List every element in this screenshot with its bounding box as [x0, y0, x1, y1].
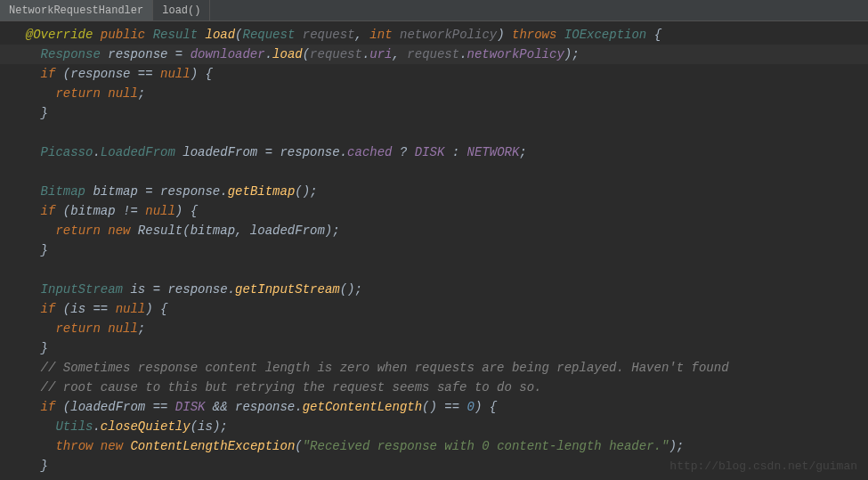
- code-token: Picasso: [41, 145, 93, 159]
- code-line[interactable]: Response response = downloader.load(requ…: [0, 45, 868, 64]
- code-token: @Override: [26, 28, 93, 42]
- code-token: [556, 28, 564, 42]
- code-token: [295, 28, 302, 42]
- code-token: request: [310, 47, 362, 61]
- code-line[interactable]: [0, 260, 868, 280]
- code-token: (bitmap !=: [55, 204, 145, 218]
- breadcrumb-method[interactable]: load(): [153, 0, 210, 20]
- code-token: [393, 28, 400, 42]
- code-token: "Received response with 0 content-length…: [303, 439, 669, 453]
- code-line[interactable]: return new Result(bitmap, loadedFrom);: [0, 221, 868, 240]
- code-token: DISK: [415, 145, 445, 159]
- code-token: null: [116, 302, 146, 316]
- code-line[interactable]: // root cause to this but retrying the r…: [0, 378, 868, 397]
- code-token: {: [646, 28, 661, 42]
- code-token: Response: [41, 47, 101, 61]
- code-token: }: [41, 243, 48, 257]
- code-token: getInputStream: [235, 282, 340, 297]
- code-token: return null: [55, 86, 137, 101]
- code-line[interactable]: if (loadedFrom == DISK && response.getCo…: [0, 397, 868, 417]
- code-token: ContentLengthException: [130, 439, 295, 453]
- code-token: (: [235, 28, 242, 42]
- code-line[interactable]: return null;: [0, 319, 868, 338]
- code-token: public: [101, 28, 145, 42]
- code-token: Utils: [55, 419, 93, 434]
- code-token: is = response.: [123, 282, 235, 297]
- code-token: ?: [393, 145, 415, 159]
- code-token: load: [272, 47, 303, 61]
- code-token: throws: [512, 28, 556, 42]
- code-token: NETWORK: [467, 145, 520, 159]
- code-token: networkPolicy: [400, 28, 497, 42]
- code-token: Result: [153, 28, 198, 42]
- code-token: ();: [295, 184, 317, 199]
- code-token: ;: [519, 145, 526, 159]
- code-token: (response ==: [55, 67, 160, 81]
- code-token: null: [160, 67, 191, 81]
- code-line[interactable]: Picasso.LoadedFrom loadedFrom = response…: [0, 142, 868, 162]
- code-line[interactable]: // Sometimes response content length is …: [0, 358, 868, 378]
- code-token: response =: [101, 47, 191, 61]
- code-token: if: [41, 400, 56, 414]
- code-line[interactable]: }: [0, 240, 868, 260]
- code-editor[interactable]: @Override public Result load(Request req…: [0, 21, 868, 476]
- code-token: ) {: [191, 67, 213, 81]
- code-line[interactable]: [0, 123, 868, 142]
- code-token: :: [444, 145, 466, 159]
- code-line[interactable]: if (response == null) {: [0, 64, 868, 84]
- code-token: loadedFrom = response.: [175, 145, 347, 159]
- code-token: ;: [138, 86, 145, 101]
- code-line[interactable]: [0, 162, 868, 182]
- code-token: Request: [243, 28, 296, 42]
- code-token: ;: [138, 321, 145, 336]
- code-token: if: [41, 204, 56, 218]
- code-token: request: [303, 28, 355, 42]
- code-token: // Sometimes response content length is …: [41, 361, 729, 375]
- code-line[interactable]: Utils.closeQuietly(is);: [0, 417, 868, 436]
- code-token: bitmap = response.: [85, 184, 228, 199]
- code-token: .: [459, 47, 466, 61]
- code-line[interactable]: }: [0, 103, 868, 123]
- code-token: DISK: [175, 400, 206, 414]
- code-token: (loadedFrom ==: [55, 400, 174, 414]
- code-line[interactable]: @Override public Result load(Request req…: [0, 25, 868, 45]
- code-token: uri: [369, 47, 392, 61]
- breadcrumb-class[interactable]: NetworkRequestHandler: [0, 0, 153, 20]
- code-token: .: [93, 145, 100, 159]
- code-token: load: [206, 28, 236, 42]
- code-token: }: [41, 106, 48, 120]
- code-token: if: [41, 302, 56, 316]
- code-token: ): [497, 28, 512, 42]
- code-token: getContentLength: [303, 400, 422, 414]
- code-token: if: [41, 67, 56, 81]
- code-token: ) {: [175, 204, 198, 218]
- code-token: );: [564, 47, 580, 61]
- breadcrumb: NetworkRequestHandler load(): [0, 0, 868, 21]
- code-line[interactable]: InputStream is = response.getInputStream…: [0, 280, 868, 299]
- code-token: Bitmap: [41, 184, 85, 199]
- code-token: (: [295, 439, 302, 453]
- code-token: ) {: [475, 400, 497, 414]
- code-line[interactable]: Bitmap bitmap = response.getBitmap();: [0, 182, 868, 201]
- code-line[interactable]: if (bitmap != null) {: [0, 201, 868, 221]
- code-token: cached: [347, 145, 392, 159]
- code-token: (: [303, 47, 310, 61]
- watermark-text: http://blog.csdn.net/guiman: [669, 460, 857, 473]
- code-token: int: [369, 28, 392, 42]
- code-token: networkPolicy: [467, 47, 564, 61]
- code-token: return null: [55, 321, 137, 336]
- code-token: [145, 28, 152, 42]
- code-line[interactable]: }: [0, 338, 868, 358]
- code-token: downloader: [191, 47, 265, 61]
- code-token: // root cause to this but retrying the r…: [41, 380, 542, 395]
- code-token: return new: [55, 224, 130, 238]
- code-line[interactable]: throw new ContentLengthException("Receiv…: [0, 436, 868, 456]
- code-token: [93, 28, 100, 42]
- code-token: IOException: [564, 28, 646, 42]
- code-token: }: [41, 459, 48, 473]
- code-token: (is);: [191, 419, 228, 434]
- code-token: () ==: [422, 400, 466, 414]
- code-token: .: [93, 419, 100, 434]
- code-line[interactable]: return null;: [0, 84, 868, 103]
- code-line[interactable]: if (is == null) {: [0, 299, 868, 319]
